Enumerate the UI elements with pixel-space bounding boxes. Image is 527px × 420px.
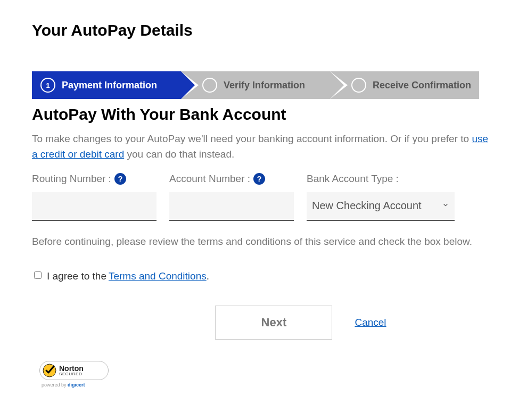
help-icon[interactable]: ? <box>253 173 265 185</box>
account-type-field: Bank Account Type : New Checking Account <box>307 173 455 221</box>
step-payment-information: 1 Payment Information <box>32 71 181 99</box>
progress-steps: 1 Payment Information 2 Verify Informati… <box>32 71 479 99</box>
account-number-input[interactable] <box>169 192 294 221</box>
checkmark-icon <box>42 363 57 378</box>
badge-sub: SECURED <box>59 372 84 376</box>
account-number-label: Account Number : <box>169 173 250 185</box>
page-title: Your AutoPay Details <box>32 21 495 39</box>
terms-note: Before continuing, please review the ter… <box>32 234 495 249</box>
routing-number-label: Routing Number : <box>32 173 111 185</box>
chevron-down-icon <box>442 201 449 211</box>
cancel-link[interactable]: Cancel <box>355 317 386 328</box>
step-label: Receive Confirmation <box>373 80 471 91</box>
badge-name: Norton <box>59 365 84 372</box>
section-title: AutoPay With Your Bank Account <box>32 105 495 123</box>
next-button[interactable]: Next <box>215 306 332 340</box>
agree-pre: I agree to the <box>47 270 106 282</box>
account-type-label: Bank Account Type : <box>307 173 399 185</box>
badge-powered-brand: digicert <box>68 382 85 388</box>
step-label: Verify Information <box>224 80 305 91</box>
step-number: 1 <box>40 78 55 93</box>
agree-post: . <box>207 270 209 282</box>
help-icon[interactable]: ? <box>114 173 126 185</box>
account-type-select[interactable]: New Checking Account <box>307 192 455 221</box>
routing-number-input[interactable] <box>32 192 157 221</box>
step-verify-information: 2 Verify Information <box>181 71 330 99</box>
step-receive-confirmation: 3 Receive Confirmation <box>330 71 479 99</box>
norton-secured-badge: Norton SECURED powered by digicert <box>39 361 109 388</box>
step-label: Payment Information <box>62 80 157 91</box>
terms-link[interactable]: Terms and Conditions <box>109 270 207 282</box>
badge-powered-pre: powered by <box>42 382 68 388</box>
account-number-field: Account Number : ? <box>169 173 294 221</box>
intro-pre: To make changes to your AutoPay we'll ne… <box>32 133 472 144</box>
routing-number-field: Routing Number : ? <box>32 173 157 221</box>
intro-post: you can do that instead. <box>124 149 234 160</box>
step-number: 2 <box>202 78 217 93</box>
step-number: 3 <box>351 78 366 93</box>
intro-text: To make changes to your AutoPay we'll ne… <box>32 131 495 162</box>
account-type-selected: New Checking Account <box>312 200 422 212</box>
agree-checkbox[interactable] <box>34 271 42 279</box>
